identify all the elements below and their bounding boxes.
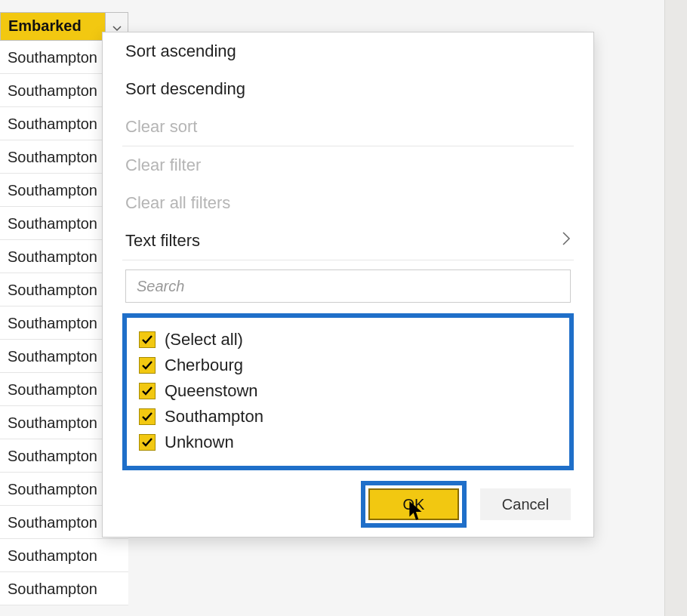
sort-descending-item[interactable]: Sort descending [103, 70, 593, 108]
filter-value-row[interactable]: Southampton [134, 404, 562, 430]
column-header-label: Embarked [1, 13, 105, 40]
menu-item-label: Sort ascending [125, 42, 236, 61]
checkbox[interactable] [139, 383, 156, 399]
ok-highlight: OK [361, 481, 467, 528]
ok-button[interactable]: OK [368, 488, 459, 520]
cancel-button[interactable]: Cancel [480, 488, 571, 520]
chevron-right-icon [562, 231, 571, 251]
menu-item-label: Text filters [125, 231, 200, 251]
text-filters-item[interactable]: Text filters [103, 222, 593, 260]
menu-item-label: Clear all filters [125, 193, 230, 213]
sort-filter-menu: Sort ascending Sort descending Clear sor… [103, 32, 593, 263]
filter-value-label: Unknown [165, 433, 234, 452]
clear-filter-item: Clear filter [103, 146, 593, 184]
filter-value-label: Cherbourg [165, 356, 243, 375]
menu-separator [122, 260, 574, 260]
checkbox[interactable] [139, 331, 156, 348]
checkbox[interactable] [139, 408, 156, 425]
checkbox[interactable] [139, 357, 156, 374]
filter-value-label: Southampton [165, 407, 263, 427]
filter-value-row[interactable]: Unknown [134, 430, 562, 455]
clear-all-filters-item: Clear all filters [103, 184, 593, 222]
sort-ascending-item[interactable]: Sort ascending [103, 32, 593, 70]
search-input[interactable] [125, 270, 571, 303]
filter-value-label: (Select all) [165, 330, 243, 350]
filter-value-row[interactable]: Queenstown [134, 378, 562, 404]
filter-value-row[interactable]: Cherbourg [134, 353, 562, 378]
menu-item-label: Clear filter [125, 156, 201, 175]
table-cell[interactable]: Southampton [0, 572, 128, 605]
filter-values-box: (Select all)CherbourgQueenstownSouthampt… [122, 313, 574, 470]
menu-item-label: Sort descending [125, 79, 245, 99]
right-gutter [664, 0, 687, 616]
table-cell[interactable]: Southampton [0, 539, 128, 572]
clear-sort-item: Clear sort [103, 108, 593, 146]
dialog-buttons: OK Cancel [103, 478, 593, 528]
filter-value-label: Queenstown [165, 381, 258, 401]
checkbox[interactable] [139, 434, 156, 451]
column-filter-dropdown: Sort ascending Sort descending Clear sor… [102, 32, 594, 537]
filter-value-row[interactable]: (Select all) [134, 327, 562, 353]
menu-item-label: Clear sort [125, 117, 197, 137]
search-container [103, 263, 593, 313]
